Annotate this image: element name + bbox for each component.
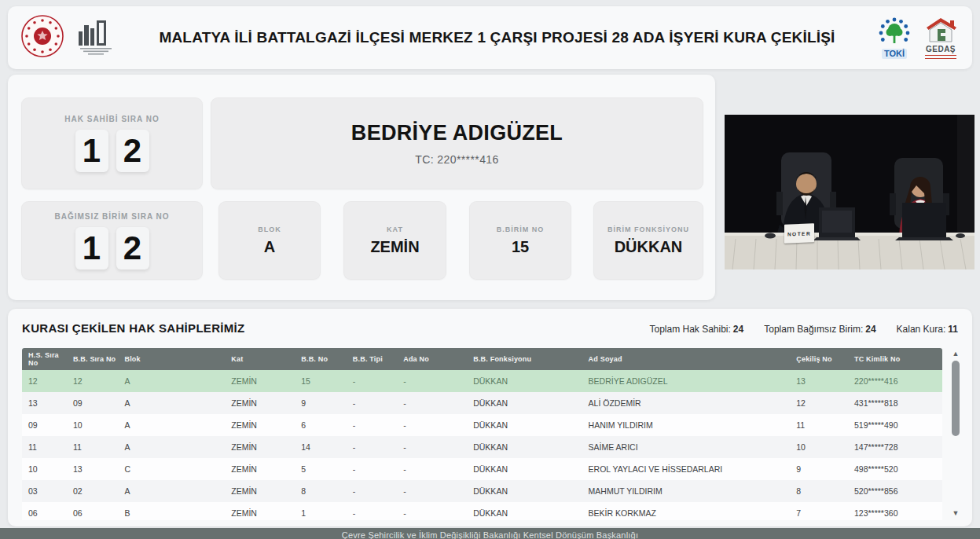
table-cell: ZEMİN (228, 436, 298, 458)
ministry-seal-logo (20, 14, 64, 61)
table-cell: 12 (793, 392, 851, 414)
column-header: H.S. Sıra No (22, 348, 70, 370)
table-cell: DÜKKAN (470, 370, 585, 392)
table-cell: 14 (298, 436, 350, 458)
table-cell: - (350, 480, 400, 502)
noter-name-plate: NOTER (784, 223, 814, 243)
bagimsiz-birim-digits: 1 2 (75, 227, 149, 270)
table-row[interactable]: 0302AZEMİN8--DÜKKANMAHMUT YILDIRIM8520**… (22, 480, 942, 502)
table-cell: ZEMİN (228, 502, 298, 520)
table-cell: 09 (70, 392, 122, 414)
page-title: MALATYA İLİ BATTALGAZİ İLÇESİ MERKEZ 1 Ç… (124, 29, 870, 46)
table-scrollbar[interactable]: ▲ ▼ (949, 348, 963, 519)
table-cell: DÜKKAN (470, 480, 585, 502)
digit-tile: 2 (116, 130, 149, 172)
table-cell: 06 (22, 502, 70, 520)
results-stats: Toplam Hak Sahibi:24 Toplam Bağımsız Bir… (649, 324, 958, 335)
video-scene (725, 115, 974, 270)
table-cell: 9 (793, 458, 851, 480)
stat-kalan-kura: Kalan Kura:11 (897, 324, 958, 335)
table-cell: - (350, 436, 400, 458)
table-row[interactable]: 1013CZEMİN5--DÜKKANEROL YAYLACI VE HİSSE… (22, 458, 942, 480)
table-row[interactable]: 0606BZEMİN1--DÜKKANBEKİR KORKMAZ7123****… (22, 502, 942, 520)
scroll-up-icon[interactable]: ▲ (951, 350, 960, 358)
table-cell: 13 (70, 458, 122, 480)
column-header: Ad Soyad (585, 348, 794, 370)
birim-fonksiyonu-card: BİRİM FONKSİYONU DÜKKAN (593, 201, 703, 280)
header-bar: MALATYA İLİ BATTALGAZİ İLÇESİ MERKEZ 1 Ç… (8, 6, 972, 69)
table-cell: 8 (793, 480, 851, 502)
column-header: B.B. Fonksiyonu (470, 348, 585, 370)
birim-no-card: B.BİRİM NO 15 (469, 201, 571, 280)
table-cell: 147*****728 (851, 436, 942, 458)
table-cell: ZEMİN (228, 480, 298, 502)
kat-label: KAT (387, 226, 403, 233)
winner-name: BEDRİYE ADIGÜZEL (351, 121, 563, 145)
table-cell: A (121, 414, 228, 436)
column-header: Ada No (400, 348, 470, 370)
table-cell: - (350, 414, 400, 436)
bagimsiz-birim-sira-no-card: BAĞIMSIZ BİRİM SIRA NO 1 2 (21, 201, 203, 280)
table-cell: - (400, 458, 470, 480)
table-cell: ZEMİN (228, 458, 298, 480)
video-feed[interactable]: NOTER (725, 115, 974, 270)
table-cell: DÜKKAN (470, 458, 585, 480)
stat-label: Kalan Kura: (897, 324, 946, 335)
table-cell: - (400, 480, 470, 502)
stat-value: 11 (948, 324, 958, 335)
kat-value: ZEMİN (370, 238, 419, 256)
table-cell: A (121, 370, 228, 392)
table-cell: 06 (70, 502, 122, 520)
table-cell: DÜKKAN (470, 392, 585, 414)
gedas-logo-label: GEDAŞ (926, 46, 956, 53)
table-cell: - (400, 414, 470, 436)
scrollbar-thumb[interactable] (952, 361, 960, 436)
table-cell: 220*****416 (851, 370, 942, 392)
table-cell: 12 (70, 370, 122, 392)
table-cell: 10 (793, 436, 851, 458)
winner-tc-number: TC: 220*****416 (415, 153, 498, 166)
stat-label: Toplam Bağımsız Birim: (764, 324, 863, 335)
table-row[interactable]: 0910AZEMİN6--DÜKKANHANIM YILDIRIM11519**… (22, 414, 942, 436)
table-cell: - (400, 436, 470, 458)
table-cell: 11 (22, 436, 70, 458)
digit-tile: 2 (116, 227, 149, 270)
table-cell: DÜKKAN (470, 502, 585, 520)
column-header: Blok (121, 348, 228, 370)
table-cell: - (400, 392, 470, 414)
table-row[interactable]: 1309AZEMİN9--DÜKKANALİ ÖZDEMİR12431*****… (22, 392, 942, 414)
column-header: Kat (228, 348, 298, 370)
table-cell: A (121, 392, 228, 414)
table-cell: 13 (22, 392, 70, 414)
table-cell: - (400, 502, 470, 520)
toki-logo-label: TOKİ (882, 49, 907, 59)
hak-sahibi-sira-no-card: HAK SAHİBİ SIRA NO 1 2 (21, 97, 203, 189)
stat-toplam-hak-sahibi: Toplam Hak Sahibi:24 (649, 324, 743, 335)
table-cell: ZEMİN (228, 414, 298, 436)
table-cell: 02 (70, 480, 122, 502)
blok-label: BLOK (258, 226, 281, 233)
birim-fonksiyonu-label: BİRİM FONKSİYONU (607, 226, 689, 233)
table-cell: B (121, 502, 228, 520)
stat-label: Toplam Hak Sahibi: (649, 324, 730, 335)
results-panel: KURASI ÇEKİLEN HAK SAHİPLERİMİZ Toplam H… (8, 309, 972, 526)
table-cell: 1 (298, 502, 350, 520)
digit-tile: 1 (75, 227, 108, 270)
table-row[interactable]: 1212AZEMİN15--DÜKKANBEDRİYE ADIGÜZEL1322… (22, 370, 942, 392)
table-cell: SAİME ARICI (585, 436, 794, 458)
table-cell: ZEMİN (228, 370, 298, 392)
table-cell: EROL YAYLACI VE HİSSEDARLARI (585, 458, 794, 480)
hak-sahibi-sira-no-label: HAK SAHİBİ SIRA NO (64, 115, 159, 123)
stat-value: 24 (733, 324, 743, 335)
table-cell: 11 (793, 414, 851, 436)
footer-text: Çevre Şehircilik ve İklim Değişikliği Ba… (0, 528, 980, 539)
draw-result-panel: HAK SAHİBİ SIRA NO 1 2 BEDRİYE ADIGÜZEL … (8, 75, 715, 300)
scroll-down-icon[interactable]: ▼ (951, 509, 960, 517)
table-cell: - (350, 370, 400, 392)
table-cell: - (350, 458, 400, 480)
table-row[interactable]: 1111AZEMİN14--DÜKKANSAİME ARICI10147****… (22, 436, 942, 458)
column-header: Çekiliş No (793, 348, 851, 370)
winner-card: BEDRİYE ADIGÜZEL TC: 220*****416 (211, 97, 703, 189)
table-cell: ZEMİN (228, 392, 298, 414)
results-title: KURASI ÇEKİLEN HAK SAHİPLERİMİZ (22, 321, 244, 335)
